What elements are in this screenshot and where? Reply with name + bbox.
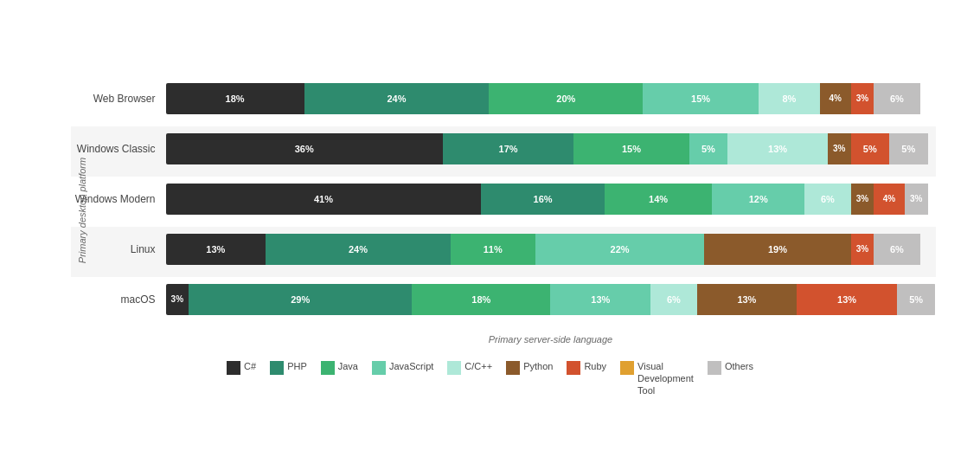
bar-segment-python: 13%	[697, 284, 797, 315]
legend-swatch-csharp	[227, 361, 240, 375]
bar-segment-php: 24%	[266, 234, 451, 265]
legend-label-ccpp: C/C++	[464, 360, 492, 372]
y-axis-label: Primary desktop platform	[77, 157, 87, 262]
legend-label-php: PHP	[287, 360, 307, 372]
bar-segment-php: 16%	[481, 184, 604, 215]
legend-item-csharp: C#	[227, 360, 256, 375]
legend-label-javascript: JavaScript	[389, 360, 433, 372]
bar-segment-others: 6%	[874, 234, 919, 265]
bar-segment-javascript: 15%	[643, 83, 759, 114]
legend-swatch-javascript	[372, 361, 386, 375]
bar-segment-csharp: 3%	[166, 284, 189, 315]
bar-segment-javascript: 22%	[535, 234, 705, 265]
legend-label-java: Java	[338, 360, 358, 372]
legend-swatch-ruby	[567, 361, 580, 375]
bar-segment-javascript: 12%	[712, 184, 804, 215]
legend-label-python: Python	[523, 360, 553, 372]
chart-row: Linux13%24%11%22%19%3%6%	[71, 227, 936, 277]
bar-segment-others: 6%	[874, 83, 919, 114]
chart-row: Web Browser18%24%20%15%8%4%3%6%	[71, 76, 936, 126]
bar-segment-others: 5%	[889, 133, 928, 164]
legend-item-javascript: JavaScript	[372, 360, 433, 375]
bar: 36%17%15%5%13%3%5%5%	[166, 133, 936, 164]
legend-item-ccpp: C/C++	[447, 360, 492, 375]
legend-label-csharp: C#	[244, 360, 256, 372]
chart-row: Windows Classic36%17%15%5%13%3%5%5%	[71, 126, 936, 177]
row-label: Windows Classic	[71, 143, 166, 155]
bar-segment-java: 20%	[489, 83, 643, 114]
rows-container: Web Browser18%24%20%15%8%4%3%6%Windows C…	[71, 76, 936, 327]
bar-segment-java: 15%	[573, 133, 689, 164]
legend-swatch-others	[708, 361, 721, 375]
bar-segment-ruby: 5%	[851, 133, 890, 164]
chart-row: macOS3%29%18%13%6%13%13%5%	[71, 277, 936, 327]
row-label: Web Browser	[71, 93, 166, 105]
legend-label-others: Others	[725, 360, 753, 372]
bar-segment-ruby: 3%	[851, 234, 874, 265]
bar: 41%16%14%12%6%3%4%3%	[166, 184, 936, 215]
row-label: macOS	[71, 293, 166, 306]
bar-segment-ruby: 4%	[874, 184, 905, 215]
bar-segment-java: 11%	[451, 234, 535, 265]
bar-segment-python: 19%	[704, 234, 850, 265]
legend-swatch-python	[506, 361, 520, 375]
bar-segment-csharp: 41%	[166, 184, 482, 215]
chart-row: Windows Modern41%16%14%12%6%3%4%3%	[71, 177, 936, 227]
x-axis-label: Primary server-side language	[166, 334, 936, 345]
legend-label-visual: Visual Development Tool	[637, 360, 694, 397]
bar-segment-javascript: 5%	[689, 133, 728, 164]
bar-segment-python: 4%	[820, 83, 851, 114]
legend-swatch-visual	[620, 361, 634, 375]
bar-segment-ccpp: 8%	[759, 83, 820, 114]
chart-wrapper: Primary desktop platform Web Browser18%2…	[36, 59, 945, 406]
bar-segment-csharp: 36%	[166, 133, 443, 164]
legend-swatch-php	[270, 361, 284, 375]
bar-segment-php: 29%	[189, 284, 412, 315]
chart-area: Web Browser18%24%20%15%8%4%3%6%Windows C…	[71, 76, 936, 345]
bar-segment-ruby: 13%	[797, 284, 897, 315]
bar-segment-php: 17%	[443, 133, 573, 164]
bar-segment-java: 14%	[605, 184, 713, 215]
bar-segment-javascript: 13%	[550, 284, 650, 315]
bar-segment-ccpp: 6%	[804, 184, 850, 215]
legend-swatch-ccpp	[447, 361, 461, 375]
bar-segment-others: 5%	[897, 284, 936, 315]
bar-segment-php: 24%	[304, 83, 490, 114]
legend-item-php: PHP	[270, 360, 307, 375]
bar-segment-java: 18%	[412, 284, 550, 315]
bar-segment-csharp: 18%	[166, 83, 304, 114]
bar: 13%24%11%22%19%3%6%	[166, 234, 936, 265]
legend-item-python: Python	[506, 360, 553, 375]
bar-segment-python: 3%	[851, 184, 874, 215]
bar-segment-others: 3%	[905, 184, 928, 215]
bar: 3%29%18%13%6%13%13%5%	[166, 284, 936, 315]
legend-item-ruby: Ruby	[567, 360, 606, 375]
legend-item-visual: Visual Development Tool	[620, 360, 694, 397]
bar-segment-csharp: 13%	[166, 234, 266, 265]
legend-swatch-java	[321, 361, 335, 375]
bar-segment-ruby: 3%	[851, 83, 874, 114]
bar: 18%24%20%15%8%4%3%6%	[166, 83, 936, 114]
legend-item-others: Others	[708, 360, 753, 375]
bar-segment-ccpp: 13%	[727, 133, 828, 164]
legend-item-java: Java	[321, 360, 358, 375]
bar-segment-ccpp: 6%	[650, 284, 696, 315]
legend-container: C#PHPJavaJavaScriptC/C++PythonRubyVisual…	[45, 360, 936, 397]
legend-label-ruby: Ruby	[584, 360, 606, 372]
bar-segment-python: 3%	[828, 133, 851, 164]
